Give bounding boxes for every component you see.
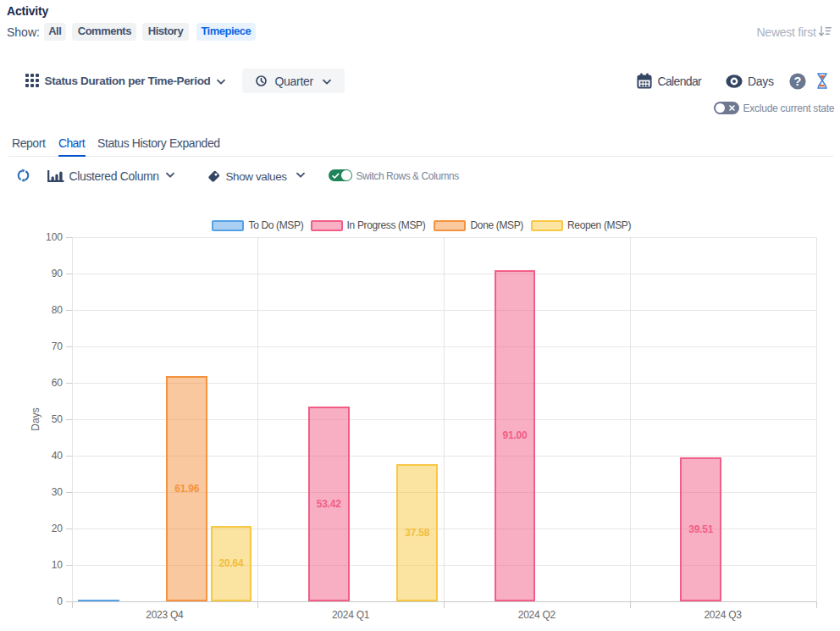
svg-text:?: ? bbox=[793, 75, 801, 88]
